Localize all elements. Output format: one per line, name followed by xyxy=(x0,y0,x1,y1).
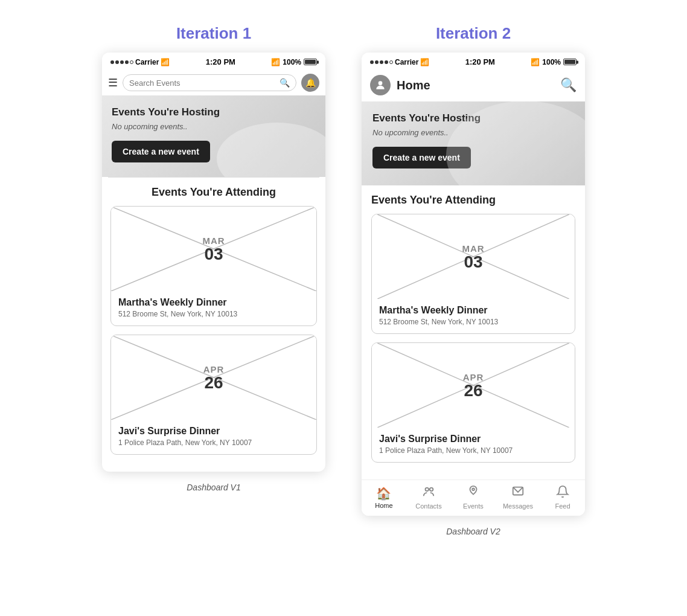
bluetooth-icon-v1: 📶 xyxy=(271,58,280,66)
signal-dots-v2 xyxy=(370,60,393,64)
v2-caption: Dashboard V2 xyxy=(446,527,500,536)
v2-create-event-button[interactable]: Create a new event xyxy=(372,147,471,168)
iteration1-section: Iteration 1 Carrier 📶 1:20 PM xyxy=(102,24,325,492)
v1-hosting-section: Events You're Hosting No upcoming events… xyxy=(102,95,325,177)
v1-hosting-subtitle: No upcoming events.. xyxy=(112,122,316,131)
v1-create-event-button[interactable]: Create a new event xyxy=(112,141,210,162)
v1-event-month-2: APR xyxy=(203,364,225,374)
v1-event-image-2: APR 26 xyxy=(111,335,316,420)
dot1 xyxy=(110,60,114,64)
status-bar-v1: Carrier 📶 1:20 PM 📶 100% xyxy=(102,53,325,70)
dot2-v2 xyxy=(375,60,379,64)
wifi-icon-v1: 📶 xyxy=(161,58,170,66)
notification-bell-icon[interactable]: 🔔 xyxy=(301,74,319,92)
status-bar-v2: Carrier 📶 1:20 PM 📶 100% xyxy=(362,53,585,70)
status-right-v2: 📶 100% xyxy=(531,58,577,66)
nav-contacts-label: Contacts xyxy=(415,502,441,510)
v2-event-card-2[interactable]: APR 26 Javi's Surprise Dinner 1 Police P… xyxy=(371,342,575,463)
dot2 xyxy=(115,60,119,64)
v2-hosting-title: Events You're Hosting xyxy=(372,112,574,124)
v1-event-card-1[interactable]: MAR 03 Martha's Weekly Dinner 512 Broome… xyxy=(110,206,317,326)
svg-point-4 xyxy=(379,81,383,85)
v1-event-image-1: MAR 03 xyxy=(111,207,316,291)
v2-event-name-2: Javi's Surprise Dinner xyxy=(379,434,567,444)
v2-event-day-2: 26 xyxy=(463,382,484,399)
v2-hosting-section: Events You're Hosting No upcoming events… xyxy=(362,101,585,185)
nav-home[interactable]: 🏠 Home xyxy=(369,486,399,509)
iteration1-title: Iteration 1 xyxy=(176,24,251,43)
phone-frame-v1: Carrier 📶 1:20 PM 📶 100% ☰ 🔍 xyxy=(102,53,325,472)
v1-event-address-1: 512 Broome St, New York, NY 10013 xyxy=(118,310,309,318)
v2-event-info-2: Javi's Surprise Dinner 1 Police Plaza Pa… xyxy=(372,428,575,462)
search-input[interactable] xyxy=(129,79,276,88)
dot4-v2 xyxy=(385,60,388,64)
v2-header-left: Home xyxy=(370,75,430,95)
dot5 xyxy=(130,60,133,64)
v2-search-button[interactable]: 🔍 xyxy=(560,77,577,93)
v2-hosting-subtitle: No upcoming events.. xyxy=(372,128,574,137)
home-nav-icon: 🏠 xyxy=(376,486,391,501)
v2-event-image-1: MAR 03 xyxy=(372,214,575,299)
nav-events[interactable]: Events xyxy=(458,485,488,510)
status-right-v1: 📶 100% xyxy=(271,58,317,66)
v1-hosting-title: Events You're Hosting xyxy=(112,106,316,118)
nav-messages-label: Messages xyxy=(503,502,533,510)
v1-attending-title: Events You're Attending xyxy=(110,186,317,199)
search-bar[interactable]: 🔍 xyxy=(123,74,296,91)
dot3-v2 xyxy=(380,60,383,64)
v2-event-date-1: MAR 03 xyxy=(462,243,484,271)
svg-point-11 xyxy=(472,489,475,491)
hamburger-icon[interactable]: ☰ xyxy=(108,76,118,89)
iteration2-section: Iteration 2 Carrier 📶 1:20 PM xyxy=(362,24,585,536)
nav-feed-label: Feed xyxy=(555,502,570,510)
svg-point-10 xyxy=(430,488,433,492)
carrier-v1: Carrier xyxy=(135,58,159,66)
v2-event-image-2: APR 26 xyxy=(372,343,575,428)
signal-dots xyxy=(110,60,133,64)
page-wrapper: Iteration 1 Carrier 📶 1:20 PM xyxy=(12,12,675,548)
phone-frame-v2: Carrier 📶 1:20 PM 📶 100% xyxy=(362,53,585,516)
wifi-icon-v2: 📶 xyxy=(420,58,429,66)
v1-event-name-2: Javi's Surprise Dinner xyxy=(118,426,309,437)
contacts-nav-icon xyxy=(422,485,435,501)
nav-contacts[interactable]: Contacts xyxy=(414,485,444,510)
v1-event-address-2: 1 Police Plaza Path, New York, NY 10007 xyxy=(118,438,309,447)
nav-home-label: Home xyxy=(375,502,392,509)
v2-header: Home 🔍 xyxy=(362,70,585,101)
v1-event-card-2[interactable]: APR 26 Javi's Surprise Dinner 1 Police P… xyxy=(110,335,317,455)
nav-events-label: Events xyxy=(463,502,484,510)
v2-event-name-1: Martha's Weekly Dinner xyxy=(379,305,567,316)
dot4 xyxy=(125,60,129,64)
dot3 xyxy=(120,60,124,64)
carrier-v2: Carrier xyxy=(395,58,418,66)
v2-event-card-1[interactable]: MAR 03 Martha's Weekly Dinner 512 Broome… xyxy=(371,214,575,334)
dot5-v2 xyxy=(389,60,393,64)
v1-event-month-1: MAR xyxy=(202,236,225,246)
v2-event-day-1: 03 xyxy=(462,254,484,271)
search-icon-v1: 🔍 xyxy=(280,78,290,88)
bottom-nav: 🏠 Home Contacts xyxy=(362,480,585,516)
nav-messages[interactable]: Messages xyxy=(503,485,533,510)
svg-point-9 xyxy=(425,488,429,492)
v2-event-address-1: 512 Broome St, New York, NY 10013 xyxy=(379,318,567,326)
v2-event-address-2: 1 Police Plaza Path, New York, NY 10007 xyxy=(379,446,567,455)
avatar-icon[interactable] xyxy=(370,75,391,95)
time-v1: 1:20 PM xyxy=(206,57,235,66)
battery-percent-v1: 100% xyxy=(283,58,301,66)
v2-home-title: Home xyxy=(397,79,430,92)
iteration2-title: Iteration 2 xyxy=(436,24,511,43)
time-v2: 1:20 PM xyxy=(465,57,495,66)
battery-icon-v2 xyxy=(563,59,577,65)
battery-icon-v1 xyxy=(304,59,317,65)
v1-event-day-1: 03 xyxy=(202,246,225,263)
status-left-v2: Carrier 📶 xyxy=(370,58,429,66)
v2-event-month-2: APR xyxy=(463,372,484,382)
v1-caption: Dashboard V1 xyxy=(187,483,241,492)
v2-attending-section: Events You're Attending MAR 03 xyxy=(362,185,585,480)
nav-feed[interactable]: Feed xyxy=(548,485,578,510)
v2-event-info-1: Martha's Weekly Dinner 512 Broome St, Ne… xyxy=(372,299,575,333)
status-left-v1: Carrier 📶 xyxy=(110,58,170,66)
dot1-v2 xyxy=(370,60,374,64)
v1-attending-section: Events You're Attending MAR 03 xyxy=(102,178,325,472)
messages-nav-icon xyxy=(511,485,525,501)
